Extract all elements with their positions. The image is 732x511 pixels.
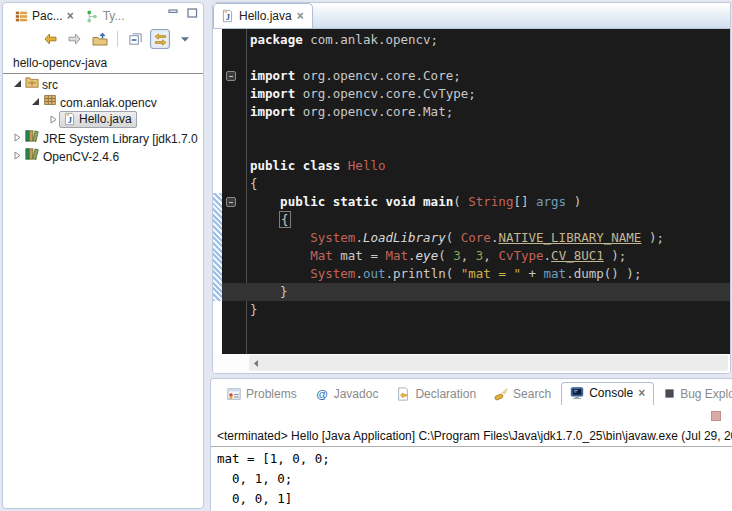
minimize-icon[interactable] bbox=[168, 8, 179, 18]
view-tab-ty[interactable]: Ty... bbox=[80, 6, 131, 26]
code-line-7[interactable] bbox=[222, 139, 730, 157]
twistie-expanded-icon[interactable] bbox=[11, 77, 23, 89]
view-menu-icon bbox=[180, 35, 190, 43]
declaration-icon bbox=[396, 387, 410, 401]
java-file-icon: J bbox=[221, 9, 234, 23]
twistie-collapsed-icon[interactable] bbox=[11, 131, 23, 143]
close-icon[interactable]: × bbox=[67, 9, 74, 23]
link-with-editor-button[interactable] bbox=[150, 29, 170, 49]
package-explorer-icon bbox=[15, 10, 28, 23]
tab-label: Problems bbox=[246, 387, 297, 401]
horizontal-scrollbar[interactable] bbox=[213, 354, 730, 373]
code-line-6[interactable] bbox=[222, 121, 730, 139]
toolbar-separator bbox=[117, 31, 118, 47]
console-area-tab-bug-explorer[interactable]: Bug Explorer bbox=[656, 384, 732, 404]
tree-item-src[interactable]: src bbox=[3, 74, 203, 92]
view-menu-button[interactable] bbox=[175, 29, 195, 49]
view-tab-label: Ty... bbox=[103, 9, 125, 23]
console-output-line: 0, 1, 0; bbox=[217, 469, 732, 489]
code-line-1[interactable]: package com.anlak.opencv; bbox=[222, 31, 730, 49]
console-toolbar bbox=[211, 405, 732, 427]
left-view-tabbar: Pac...×Ty... bbox=[3, 3, 203, 27]
code-line-11[interactable]: { bbox=[222, 211, 730, 229]
maximize-icon[interactable] bbox=[187, 8, 198, 18]
tab-label: Console bbox=[589, 386, 633, 400]
console-panel: Problems@JavadocDeclarationSearchConsole… bbox=[210, 378, 732, 511]
twistie-expanded-icon[interactable] bbox=[29, 95, 41, 107]
twistie-collapsed-icon[interactable] bbox=[11, 149, 23, 161]
code-line-3[interactable]: import org.opencv.core.Core; bbox=[222, 67, 730, 85]
code-line-16[interactable]: } bbox=[222, 301, 730, 319]
back-button[interactable] bbox=[40, 29, 60, 49]
code-line-8[interactable]: public class Hello bbox=[222, 157, 730, 175]
forward-button[interactable] bbox=[65, 29, 85, 49]
tab-label: Bug Explorer bbox=[680, 387, 732, 401]
code-line-14[interactable]: System.out.println( "mat = " + mat.dump(… bbox=[222, 265, 730, 283]
fold-collapse-icon[interactable] bbox=[226, 71, 236, 81]
problems-icon bbox=[227, 387, 241, 401]
tree-item-opencv-2-4-6[interactable]: OpenCV-2.4.6 bbox=[3, 146, 203, 164]
terminate-icon[interactable] bbox=[711, 411, 721, 421]
tree-item-hello-java[interactable]: JHello.java bbox=[3, 110, 203, 128]
link-with-editor-icon bbox=[153, 32, 168, 47]
tree-item-label: JRE System Library [jdk1.7.0 bbox=[43, 132, 198, 146]
code-line-15[interactable]: } bbox=[222, 283, 730, 301]
editor-dark-area: package com.anlak.opencv;import org.open… bbox=[222, 29, 730, 355]
console-output-line: mat = [1, 0, 0; bbox=[217, 449, 732, 469]
tab-label: Declaration bbox=[415, 387, 476, 401]
tree-item-label: OpenCV-2.4.6 bbox=[43, 150, 119, 164]
package-explorer-panel: Pac...×Ty... hello-opencv-java srccom.an… bbox=[2, 2, 204, 509]
twistie-collapsed-icon[interactable] bbox=[47, 113, 59, 125]
code-line-9[interactable]: { bbox=[222, 175, 730, 193]
editor-tabbar: J Hello.java × bbox=[213, 3, 730, 29]
tab-label: Javadoc bbox=[334, 387, 379, 401]
console-area-tab-declaration[interactable]: Declaration bbox=[388, 384, 484, 404]
package-explorer-tree: srccom.anlak.opencvJHello.javaJRE System… bbox=[3, 74, 203, 164]
package-icon bbox=[43, 93, 57, 107]
bug-icon bbox=[664, 388, 675, 399]
selected-tree-item: JHello.java bbox=[59, 111, 137, 128]
code-line-2[interactable] bbox=[222, 49, 730, 67]
scrollbar-track[interactable] bbox=[249, 355, 728, 371]
java-file-icon: J bbox=[63, 112, 76, 126]
tree-item-com-anlak-opencv[interactable]: com.anlak.opencv bbox=[3, 92, 203, 110]
library-icon bbox=[25, 146, 40, 161]
console-output[interactable]: mat = [1, 0, 0; 0, 1, 0; 0, 0, 1] bbox=[211, 447, 732, 509]
editor-tab-hello-java[interactable]: J Hello.java × bbox=[213, 3, 313, 28]
library-icon bbox=[25, 128, 40, 143]
package-folder-icon bbox=[25, 75, 39, 89]
editor-panel: J Hello.java × package com.anlak.opencv;… bbox=[212, 2, 731, 374]
tree-item-jre-system-library-jdk1-7-0[interactable]: JRE System Library [jdk1.7.0 bbox=[3, 128, 203, 146]
up-folder-button[interactable] bbox=[90, 29, 110, 49]
code-line-5[interactable]: import org.opencv.core.Mat; bbox=[222, 103, 730, 121]
collapse-all-button[interactable] bbox=[125, 29, 145, 49]
code-line-13[interactable]: Mat mat = Mat.eye( 3, 3, CvType.CV_8UC1 … bbox=[222, 247, 730, 265]
console-tabbar: Problems@JavadocDeclarationSearchConsole… bbox=[211, 379, 732, 405]
console-area-tab-javadoc[interactable]: @Javadoc bbox=[307, 384, 387, 404]
code-line-12[interactable]: System.LoadLibrary( Core.NATIVE_LIBRARY_… bbox=[222, 229, 730, 247]
code-lines: package com.anlak.opencv;import org.open… bbox=[222, 31, 730, 319]
view-tab-label: Pac... bbox=[32, 9, 63, 23]
close-icon[interactable]: × bbox=[297, 9, 304, 23]
console-area-tab-console[interactable]: Console× bbox=[561, 382, 654, 405]
project-root-label[interactable]: hello-opencv-java bbox=[3, 55, 203, 74]
scroll-left-icon[interactable] bbox=[252, 359, 260, 368]
svg-text:J: J bbox=[68, 115, 73, 125]
tree-item-label: Hello.java bbox=[79, 112, 132, 126]
javadoc-icon: @ bbox=[315, 387, 329, 401]
tab-label: Search bbox=[513, 387, 551, 401]
svg-text:J: J bbox=[226, 12, 231, 22]
view-tab-pac[interactable]: Pac...× bbox=[9, 6, 80, 26]
fold-collapse-icon[interactable] bbox=[226, 197, 236, 207]
console-area-tab-search[interactable]: Search bbox=[486, 384, 559, 404]
code-line-10[interactable]: public static void main( String[] args ) bbox=[222, 193, 730, 211]
code-line-4[interactable]: import org.opencv.core.CvType; bbox=[222, 85, 730, 103]
close-icon[interactable]: × bbox=[638, 386, 645, 400]
console-area-tab-problems[interactable]: Problems bbox=[219, 384, 305, 404]
tree-item-label: src bbox=[42, 78, 58, 92]
code-editor[interactable]: package com.anlak.opencv;import org.open… bbox=[213, 29, 730, 355]
forward-icon bbox=[67, 31, 83, 47]
svg-text:@: @ bbox=[316, 387, 328, 401]
package-explorer-toolbar bbox=[3, 27, 203, 51]
type-hierarchy-icon bbox=[86, 10, 99, 23]
